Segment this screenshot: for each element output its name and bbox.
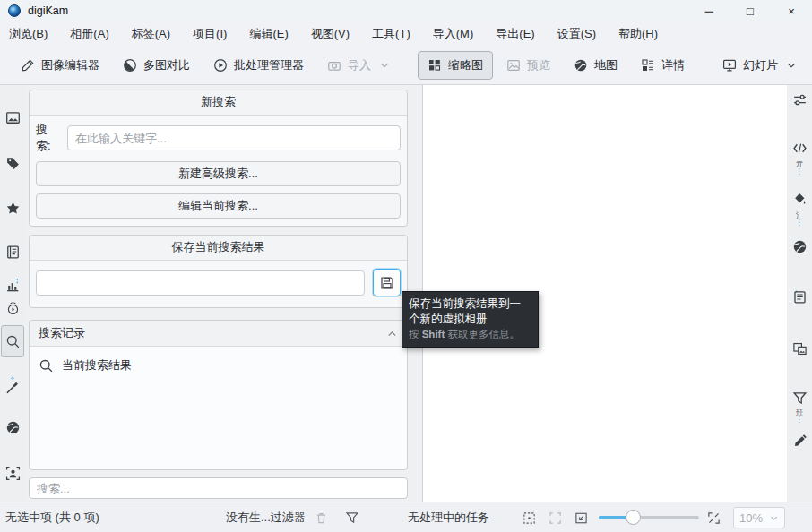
history-item-current[interactable]: 当前搜索结果 [30, 354, 407, 377]
main-toolbar: 图像编辑器 多图对比 批处理管理器 导入 缩略图 预览 地图 详情 幻灯片 [0, 47, 812, 85]
search-history-header[interactable]: 搜索记录 [30, 321, 407, 347]
search-history-box: 搜索记录 当前搜索结果 [29, 320, 408, 470]
zoom-slider[interactable] [599, 516, 699, 519]
close-button[interactable]: × [771, 0, 812, 21]
save-search-tooltip: 保存当前搜索结果到一个新的虚拟相册 按 Shift 获取更多信息。 [402, 291, 539, 348]
search-panel: 新搜索 搜索: 新建高级搜索... 编辑当前搜索... 保存当前搜索结果 [25, 85, 410, 502]
fit-window-icon [574, 511, 588, 525]
menu-edit[interactable]: 编辑(E) [249, 26, 288, 42]
globe-icon [574, 58, 588, 73]
panel-filter-search-input[interactable] [29, 477, 408, 499]
filters-button[interactable] [345, 502, 359, 532]
code-icon [792, 141, 808, 156]
sidebar-filters[interactable] [789, 390, 810, 406]
edit-current-search-button[interactable]: 编辑当前搜索... [36, 193, 401, 219]
menu-help[interactable]: 帮助(H) [618, 26, 658, 42]
save-search-button[interactable] [373, 269, 401, 296]
menu-tag[interactable]: 标签(A) [132, 26, 170, 42]
frame-icon [549, 511, 562, 525]
preview-button[interactable]: 预览 [497, 51, 560, 80]
sidebar-dates[interactable] [2, 245, 23, 260]
sidebar-tags[interactable] [2, 156, 23, 171]
image-editor-label: 图像编辑器 [41, 57, 99, 73]
light-table-label: 多图对比 [143, 57, 190, 73]
save-search-name-input[interactable] [36, 270, 365, 296]
funnel-icon [345, 511, 359, 525]
digikam-logo-icon [8, 4, 21, 17]
sidebar-search[interactable] [1, 325, 24, 357]
sidebar-properties[interactable] [789, 92, 810, 107]
slideshow-icon [722, 58, 737, 73]
clear-filter-button[interactable] [315, 502, 328, 532]
menu-text: 导入( [433, 27, 460, 40]
sidebar-albums[interactable] [2, 110, 23, 125]
tooltip-hint-key: Shift [422, 329, 445, 339]
batch-queue-label: 批处理管理器 [234, 57, 304, 73]
menu-accel: E [523, 27, 531, 40]
globe-icon [5, 420, 21, 435]
batch-queue-button[interactable]: 批处理管理器 [203, 51, 314, 80]
light-table-button[interactable]: 多图对比 [113, 51, 200, 80]
sidebar-similarity[interactable] [2, 375, 23, 395]
sidebar-timeline[interactable] [2, 278, 23, 293]
menu-export[interactable]: 导出(E) [496, 26, 534, 42]
star-icon [5, 201, 21, 216]
zoom-100-button[interactable] [549, 502, 562, 532]
map-button[interactable]: 地图 [564, 51, 627, 80]
selection-status: 无选中项 (共 0 项) [5, 502, 99, 532]
left-sidebar [0, 85, 25, 502]
menu-accel: M [460, 27, 470, 40]
sidebar-versions[interactable] [789, 341, 810, 356]
menu-text: 导出( [496, 27, 523, 40]
menu-text: ) [105, 27, 108, 40]
import-button[interactable]: 导入 [317, 51, 400, 80]
new-advanced-search-button[interactable]: 新建高级搜索... [36, 161, 401, 186]
camera-icon [327, 58, 341, 73]
fullscreen-button[interactable] [707, 502, 721, 532]
slideshow-label: 幻灯片 [743, 57, 778, 73]
sidebar-map[interactable] [2, 420, 23, 435]
sidebar-metadata[interactable] [789, 141, 810, 156]
window-title: digiKam [28, 4, 68, 17]
globe-icon [792, 239, 808, 254]
details-button[interactable]: 详情 [631, 51, 695, 80]
zoom-level-value: 10% [739, 511, 763, 525]
sidebar-people[interactable] [2, 466, 23, 481]
filter-status: 没有生...过滤器 [226, 502, 306, 532]
image-editor-button[interactable]: 图像编辑器 [11, 51, 109, 80]
menu-text: ) [346, 27, 350, 40]
keyword-search-input[interactable] [67, 125, 401, 150]
menu-settings[interactable]: 设置(S) [557, 26, 596, 42]
menu-text: 编辑( [249, 27, 276, 40]
sidebar-captions[interactable] [789, 289, 810, 305]
face-detect-icon [5, 466, 21, 481]
search-history-title: 搜索记录 [39, 325, 85, 341]
menu-view[interactable]: 视图(V) [311, 26, 350, 42]
title-bar: digiKam ─ □ × [0, 0, 812, 21]
menu-browse[interactable]: 浏览(B) [9, 26, 48, 42]
menu-import[interactable]: 导入(M) [433, 26, 474, 42]
sidebar-map-right[interactable] [789, 239, 810, 254]
menu-tools[interactable]: 工具(T) [372, 26, 410, 42]
versions-icon [792, 341, 808, 356]
menu-album[interactable]: 相册(A) [70, 26, 108, 42]
zoom-level-select[interactable]: 10% [733, 507, 785, 528]
maximize-button[interactable]: □ [730, 0, 771, 21]
thumbnails-button[interactable]: 缩略图 [418, 51, 493, 80]
tab-label-fragment: 㠭⋮ [796, 409, 804, 424]
menu-text: ) [223, 27, 227, 40]
zoom-slider-thumb[interactable] [626, 510, 641, 525]
menu-item-entry[interactable]: 项目(I) [193, 26, 227, 42]
sidebar-labels[interactable] [2, 201, 23, 216]
sidebar-colors[interactable] [789, 192, 810, 207]
minimize-button[interactable]: ─ [688, 0, 730, 21]
tooltip-hint: 按 Shift 获取更多信息。 [409, 328, 531, 342]
sidebar-recent[interactable] [2, 302, 23, 315]
menu-text: 浏览( [9, 27, 36, 40]
thumbnails-label: 缩略图 [448, 57, 483, 73]
sidebar-tools[interactable] [789, 434, 810, 448]
zoom-fit-window-button[interactable] [574, 502, 588, 532]
slideshow-button[interactable]: 幻灯片 [713, 51, 807, 80]
zoom-fit-select-button[interactable] [523, 502, 536, 532]
expand-icon [707, 511, 721, 525]
